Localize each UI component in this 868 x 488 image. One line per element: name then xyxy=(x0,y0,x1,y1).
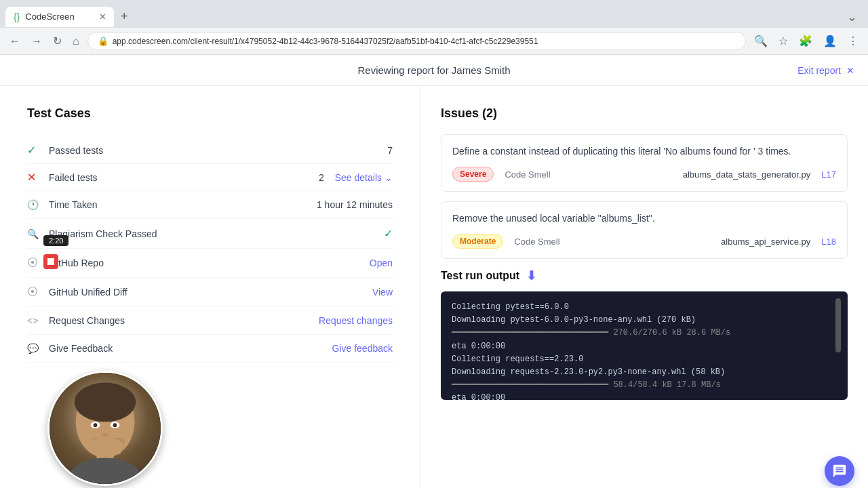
issue-card-2: Remove the unused local variable "albums… xyxy=(441,201,848,259)
passed-tests-count: 7 xyxy=(387,145,393,156)
svg-point-8 xyxy=(113,423,117,427)
plagiarism-check-icon: ✓ xyxy=(384,227,393,240)
timer-badge: 2:20 xyxy=(43,235,68,246)
github-repo-row: ⦿ GitHub Repo Open xyxy=(27,249,393,278)
issue-1-description: Define a constant instead of duplicating… xyxy=(452,144,836,159)
issue-card-1: Define a constant instead of duplicating… xyxy=(441,134,848,192)
time-taken-label: Time Taken xyxy=(49,199,317,210)
request-changes-link[interactable]: Request changes xyxy=(319,315,393,326)
time-taken-row: 🕐 Time Taken 1 hour 12 minutes xyxy=(27,191,393,219)
passed-icon: ✓ xyxy=(27,144,43,157)
bookmark-button[interactable]: ☆ xyxy=(776,32,791,50)
request-changes-row: <> Request Changes Request changes xyxy=(27,307,393,335)
test-run-header: Test run output ⬇ xyxy=(441,268,848,283)
terminal-progress-2: ━━━━━━━━━━━━━━━━━━━━━━━━━━━━━━━━ 58.4/58… xyxy=(452,379,837,392)
plagiarism-label: Plagiarism Check Passed xyxy=(49,228,384,239)
browser-actions: 🔍 ☆ 🧩 👤 ⋮ xyxy=(751,32,861,50)
svg-rect-0 xyxy=(47,258,54,265)
avatar-svg xyxy=(50,371,161,486)
codescreen-icon: {} xyxy=(14,12,20,22)
search-button[interactable]: 🔍 xyxy=(751,32,770,50)
svg-point-7 xyxy=(94,423,98,427)
issue-1-type: Code Smell xyxy=(505,169,550,180)
severity-badge-2: Moderate xyxy=(452,234,503,249)
svg-point-9 xyxy=(102,433,108,437)
give-feedback-label: Give Feedback xyxy=(49,343,332,354)
profile-button[interactable]: 👤 xyxy=(821,32,840,50)
video-overlay xyxy=(47,371,163,486)
failed-tests-row: ✕ Failed tests 2 See details ⌄ xyxy=(27,164,393,191)
issue-2-file: albums_api_service.py xyxy=(721,237,810,247)
issues-title: Issues (2) xyxy=(441,106,848,121)
failed-tests-count: 2 xyxy=(319,172,324,183)
test-cases-title: Test Cases xyxy=(27,106,393,121)
issue-1-line[interactable]: L17 xyxy=(821,169,836,180)
browser-tabs: {} CodeScreen × + ⌄ xyxy=(0,0,868,28)
browser-nav: ← → ↻ ⌂ 🔒 app.codescreen.com/client-resu… xyxy=(0,28,868,54)
github-repo-label: GitHub Repo xyxy=(49,258,370,268)
active-tab[interactable]: {} CodeScreen × xyxy=(5,7,114,27)
terminal-line-6: eta 0:00:00 xyxy=(452,392,837,400)
user-video xyxy=(50,373,161,484)
stop-icon xyxy=(47,258,54,265)
svg-point-2 xyxy=(75,382,136,422)
terminal-output: Collecting pytest==6.0.0 Downloading pyt… xyxy=(441,291,848,400)
severity-badge-1: Severe xyxy=(452,167,494,182)
clock-icon: 🕐 xyxy=(27,199,43,210)
terminal-line-2: Downloading pytest-6.0.0-py3-none-any.wh… xyxy=(452,314,837,327)
request-changes-icon: <> xyxy=(27,315,43,326)
chevron-down-icon: ⌄ xyxy=(384,172,393,183)
top-banner: Reviewing report for James Smith Exit re… xyxy=(0,55,868,86)
github-icon: ⦿ xyxy=(27,257,43,269)
exit-report-button[interactable]: Exit report ✕ xyxy=(797,65,854,76)
give-feedback-row: 💬 Give Feedback Give feedback xyxy=(27,335,393,363)
main-content: Test Cases ✓ Passed tests 7 ✕ Failed tes… xyxy=(0,86,868,488)
menu-button[interactable]: ⋮ xyxy=(845,32,861,50)
lock-icon: 🔒 xyxy=(98,36,108,46)
github-diff-row: ⦿ GitHub Unified Diff View xyxy=(27,278,393,307)
request-changes-label: Request Changes xyxy=(49,315,319,326)
github-diff-link[interactable]: View xyxy=(372,287,393,298)
give-feedback-link[interactable]: Give feedback xyxy=(332,343,393,354)
chat-button[interactable] xyxy=(825,456,854,486)
terminal-line-5: Downloading requests-2.23.0-py2.py3-none… xyxy=(452,366,837,379)
terminal-line-1: Collecting pytest==6.0.0 xyxy=(452,301,837,314)
issue-1-meta: Severe Code Smell albums_data_stats_gene… xyxy=(452,167,836,182)
issue-2-description: Remove the unused local variable "albums… xyxy=(452,211,836,226)
forward-button[interactable]: → xyxy=(28,33,45,50)
github-diff-icon: ⦿ xyxy=(27,286,43,298)
record-button[interactable] xyxy=(43,254,58,269)
reload-button[interactable]: ↻ xyxy=(50,32,64,50)
tab-close-button[interactable]: × xyxy=(100,11,106,23)
extensions-button[interactable]: 🧩 xyxy=(796,32,815,50)
svg-point-12 xyxy=(85,438,125,453)
issue-2-type: Code Smell xyxy=(514,237,559,247)
issue-2-meta: Moderate Code Smell albums_api_service.p… xyxy=(452,234,836,249)
failed-icon: ✕ xyxy=(27,171,43,184)
home-button[interactable]: ⌂ xyxy=(70,33,82,50)
time-taken-value: 1 hour 12 minutes xyxy=(317,199,393,210)
terminal-line-3: eta 0:00:00 xyxy=(452,340,837,353)
download-icon[interactable]: ⬇ xyxy=(526,268,536,283)
chat-icon xyxy=(832,464,847,479)
github-diff-label: GitHub Unified Diff xyxy=(49,287,372,298)
tab-list-button[interactable]: ⌄ xyxy=(842,7,863,27)
back-button[interactable]: ← xyxy=(7,33,23,50)
failed-tests-label: Failed tests xyxy=(49,172,319,183)
terminal-line-4: Collecting requests==2.23.0 xyxy=(452,353,837,366)
see-details-link[interactable]: See details ⌄ xyxy=(335,172,393,183)
terminal-progress-1: ━━━━━━━━━━━━━━━━━━━━━━━━━━━━━━━━ 270.6/2… xyxy=(452,327,837,340)
exit-report-label: Exit report xyxy=(797,65,841,76)
search-icon: 🔍 xyxy=(27,228,43,239)
new-tab-button[interactable]: + xyxy=(114,5,135,28)
plagiarism-row: 🔍 Plagiarism Check Passed ✓ xyxy=(27,219,393,249)
address-bar[interactable]: 🔒 app.codescreen.com/client-result/1/x47… xyxy=(87,32,746,50)
test-run-section: Test run output ⬇ Collecting pytest==6.0… xyxy=(441,268,848,400)
passed-tests-label: Passed tests xyxy=(49,145,387,156)
feedback-icon: 💬 xyxy=(27,343,43,354)
banner-title: Reviewing report for James Smith xyxy=(357,64,510,76)
passed-tests-row: ✓ Passed tests 7 xyxy=(27,137,393,164)
github-repo-link[interactable]: Open xyxy=(370,258,393,268)
issue-2-line[interactable]: L18 xyxy=(821,237,836,247)
browser-chrome: {} CodeScreen × + ⌄ ← → ↻ ⌂ 🔒 app.codesc… xyxy=(0,0,868,55)
